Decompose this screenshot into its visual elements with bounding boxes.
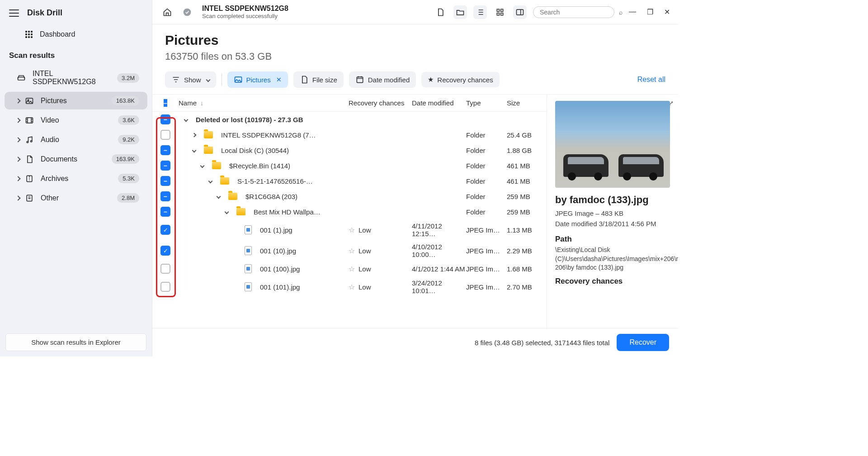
col-date[interactable]: Date modified: [412, 99, 466, 107]
filter-chip-filesize[interactable]: File size: [293, 71, 344, 88]
table-row[interactable]: 001 (100).jpg☆Low4/1/2012 1:44 AMJPEG Im…: [152, 261, 547, 276]
row-checkbox[interactable]: [160, 176, 170, 186]
show-in-explorer-button[interactable]: Show scan results in Explorer: [5, 333, 146, 351]
video-icon: [24, 116, 34, 125]
sidebar: Disk Drill Dashboard Scan results INTEL …: [0, 0, 152, 356]
table-row[interactable]: Best Mix HD Wallpa…Folder259 MB: [152, 204, 547, 219]
row-checkbox[interactable]: [160, 161, 170, 171]
recover-button[interactable]: Recover: [617, 334, 669, 351]
sidebar-item-pictures[interactable]: Pictures 163.8K: [5, 92, 147, 109]
row-checkbox[interactable]: [160, 282, 170, 292]
chevron-down-icon[interactable]: [223, 210, 230, 214]
sidebar-item-drive[interactable]: INTEL SSDPEKNW512G8 3.2M: [5, 66, 147, 90]
menu-icon[interactable]: [9, 10, 19, 17]
row-name: 001 (1).jpg: [260, 226, 292, 234]
table-row[interactable]: 001 (1).jpg☆Low4/11/2012 12:15…JPEG Im…1…: [152, 219, 547, 240]
list-view-icon[interactable]: [473, 5, 487, 19]
chevron-down-icon[interactable]: [215, 195, 222, 198]
folder-icon: [204, 147, 213, 154]
row-name: $R1C6G8A (203): [245, 193, 297, 200]
row-checkbox[interactable]: [160, 246, 170, 256]
row-name: 001 (100).jpg: [260, 265, 300, 273]
filter-chip-recovery[interactable]: ★ Recovery chances: [421, 72, 499, 87]
preview-meta-type: JPEG Image – 483 KB: [555, 209, 670, 217]
chevron-down-icon[interactable]: [182, 118, 189, 121]
grid-view-icon[interactable]: [493, 5, 507, 19]
folder-icon: [228, 193, 237, 200]
table-row[interactable]: Local Disk (C) (30544)Folder1.88 GB: [152, 142, 547, 158]
split-view-icon[interactable]: [513, 5, 527, 19]
close-button[interactable]: ✕: [664, 8, 670, 16]
table-row[interactable]: 001 (101).jpg☆Low3/24/2012 10:01…JPEG Im…: [152, 276, 547, 297]
row-checkbox[interactable]: [160, 130, 170, 140]
table-row[interactable]: Deleted or lost (101978) - 27.3 GB: [152, 112, 547, 127]
audio-icon: [24, 135, 34, 144]
dashboard-icon: [25, 31, 33, 38]
row-checkbox[interactable]: [160, 145, 170, 155]
chevron-right-icon: [15, 176, 20, 181]
other-icon: [24, 194, 34, 203]
row-name: 001 (10).jpg: [260, 247, 296, 255]
preview-path-label: Path: [555, 235, 670, 244]
col-recovery[interactable]: Recovery chances: [349, 99, 412, 107]
chevron-right-icon[interactable]: [190, 133, 198, 137]
sidebar-item-documents[interactable]: Documents 163.9K: [5, 150, 147, 168]
image-icon: [24, 96, 34, 105]
sidebar-item-archives[interactable]: Archives 5.3K: [5, 170, 147, 187]
filter-chip-date[interactable]: Date modified: [349, 71, 416, 88]
folder-icon[interactable]: [453, 5, 467, 19]
svg-rect-11: [497, 13, 499, 15]
row-checkbox[interactable]: [160, 114, 170, 124]
sidebar-item-audio[interactable]: Audio 9.2K: [5, 131, 147, 148]
dashboard-label: Dashboard: [40, 30, 75, 38]
col-size[interactable]: Size: [507, 99, 543, 107]
star-icon: ☆: [349, 247, 355, 255]
table-header: Name↓ Recovery chances Date modified Typ…: [152, 95, 547, 112]
preview-panel: ⤢ by famdoc (133).jpg JPEG Image – 483 K…: [547, 95, 678, 328]
table-row[interactable]: INTEL SSDPEKNW512G8 (7…Folder25.4 GB: [152, 127, 547, 142]
search-field[interactable]: [540, 9, 619, 16]
reset-all-link[interactable]: Reset all: [637, 76, 665, 84]
home-icon[interactable]: [160, 5, 174, 19]
sidebar-item-dashboard[interactable]: Dashboard: [0, 26, 152, 43]
chevron-down-icon[interactable]: [207, 180, 214, 183]
sort-down-icon: ↓: [200, 100, 203, 107]
table-row[interactable]: $Recycle.Bin (1414)Folder461 MB: [152, 158, 547, 173]
chevron-down-icon: [206, 77, 210, 82]
chevron-right-icon: [15, 137, 20, 142]
table-row[interactable]: $R1C6G8A (203)Folder259 MB: [152, 189, 547, 204]
row-checkbox[interactable]: [160, 264, 170, 274]
maximize-button[interactable]: ❐: [647, 8, 653, 16]
row-checkbox[interactable]: [160, 191, 170, 201]
file-icon[interactable]: [434, 5, 447, 19]
minimize-button[interactable]: —: [629, 8, 636, 16]
row-name: Local Disk (C) (30544): [221, 147, 289, 154]
search-input[interactable]: ⌕: [533, 6, 614, 18]
col-type[interactable]: Type: [466, 99, 507, 107]
chevron-down-icon[interactable]: [198, 164, 206, 167]
filter-chip-pictures[interactable]: Pictures ✕: [227, 71, 288, 88]
archive-icon: [24, 174, 34, 183]
select-all-checkbox[interactable]: [164, 99, 167, 107]
scan-status: Scan completed successfully: [202, 13, 288, 19]
page-title: Pictures: [165, 33, 665, 48]
footer-bar: 8 files (3.48 GB) selected, 3171443 file…: [152, 328, 678, 356]
row-name: INTEL SSDPEKNW512G8 (7…: [221, 131, 316, 139]
folder-icon: [220, 177, 229, 185]
sidebar-item-other[interactable]: Other 2.8M: [5, 189, 147, 207]
show-dropdown[interactable]: Show: [165, 71, 216, 88]
chevron-right-icon: [15, 157, 20, 162]
row-checkbox[interactable]: [160, 225, 170, 235]
file-table: Name↓ Recovery chances Date modified Typ…: [152, 95, 547, 328]
table-row[interactable]: S-1-5-21-1476526516-…Folder461 MB: [152, 173, 547, 189]
sidebar-item-video[interactable]: Video 3.6K: [5, 111, 147, 129]
row-checkbox[interactable]: [160, 207, 170, 217]
table-row[interactable]: 001 (10).jpg☆Low4/10/2012 10:00…JPEG Im……: [152, 240, 547, 261]
chevron-down-icon[interactable]: [190, 149, 198, 152]
col-name[interactable]: Name: [179, 99, 197, 107]
remove-filter-icon[interactable]: ✕: [276, 76, 282, 83]
row-name: S-1-5-21-1476526516-…: [237, 177, 313, 185]
sidebar-section-title: Scan results: [0, 43, 152, 65]
app-title: Disk Drill: [27, 8, 62, 18]
chevron-right-icon: [15, 118, 20, 123]
